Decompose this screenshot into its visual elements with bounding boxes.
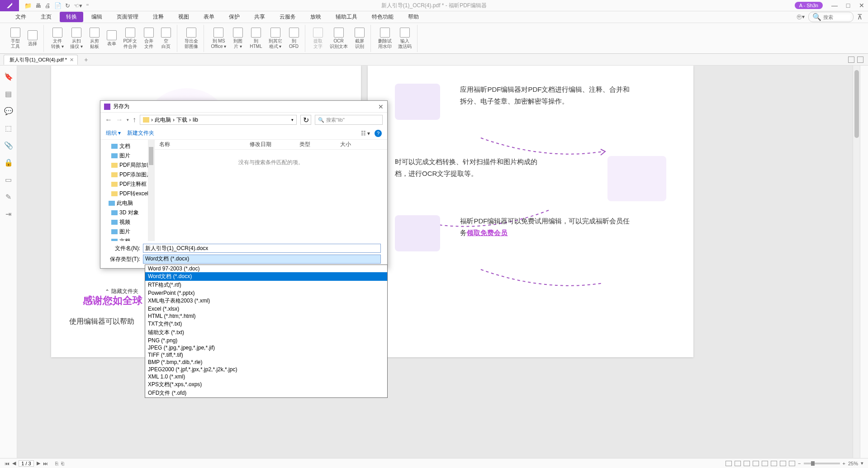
filetype-option[interactable]: XML 1.0 (*.xml) <box>145 373 387 380</box>
zoom-dropdown-icon[interactable]: ▾ <box>861 460 863 466</box>
open-icon[interactable]: 📁 <box>24 2 32 9</box>
document-tab[interactable]: 新人引导(1)_OCR(4).pdf * ✕ <box>4 55 78 65</box>
filetype-option[interactable]: XML电子表格2003 (*.xml) <box>145 297 387 305</box>
ribbon-button[interactable]: 到 HTML <box>247 27 265 50</box>
nav-back-icon[interactable]: ⎗ <box>61 461 64 466</box>
nav-forward-button[interactable]: → <box>116 116 123 124</box>
ribbon-button[interactable]: 到 MS Office ▾ <box>209 27 229 50</box>
ribbon-button[interactable]: 从扫 描仪 ▾ <box>67 27 85 50</box>
menu-view[interactable]: 视图 <box>172 12 195 22</box>
filetype-option[interactable]: BMP (*.bmp,*.dib,*.rle) <box>145 359 387 366</box>
col-size[interactable]: 大小 <box>336 141 367 148</box>
user-badge[interactable]: A - Sh3n <box>795 2 823 9</box>
dialog-close-button[interactable]: ✕ <box>378 103 384 110</box>
scrollbar-thumb[interactable] <box>854 70 859 138</box>
attachment-icon[interactable]: 📎 <box>5 141 13 149</box>
menu-share[interactable]: 共享 <box>248 12 271 22</box>
column-headers[interactable]: 名称 修改日期 类型 大小 <box>155 140 387 150</box>
filetype-option[interactable]: Word文档 (*.docx) <box>145 272 387 281</box>
col-type[interactable]: 类型 <box>295 141 336 148</box>
filetype-option[interactable]: Word 97-2003 (*.doc) <box>145 265 387 272</box>
tree-item[interactable]: PDF注释框 <box>100 180 154 189</box>
minimize-button[interactable]: — <box>828 1 841 9</box>
ribbon-button[interactable]: 到图 片 ▾ <box>230 27 246 50</box>
nav-back-button[interactable]: ← <box>105 116 112 124</box>
filename-input[interactable] <box>143 244 381 253</box>
ribbon-button[interactable]: 从剪 贴板 <box>86 27 103 50</box>
menu-home[interactable]: 主页 <box>34 12 58 22</box>
tree-item[interactable]: 3D 对象 <box>100 208 154 217</box>
last-page-icon[interactable]: ⏭ <box>43 461 48 466</box>
view-single-icon[interactable] <box>726 461 732 466</box>
ribbon-button[interactable]: 截屏 识别 <box>351 27 368 50</box>
filetype-option[interactable]: TXT文件(*.txt) <box>145 320 387 328</box>
new-icon[interactable]: 📄 <box>54 2 62 9</box>
nav-to-icon[interactable]: ⎘ <box>55 461 58 466</box>
view-fullscreen-icon[interactable] <box>789 461 795 466</box>
redo-icon[interactable]: ↻ <box>65 2 70 9</box>
crumb-lib[interactable]: lib <box>193 117 198 123</box>
menu-help[interactable]: 帮助 <box>402 12 425 22</box>
nav-recent-dropdown[interactable]: ▾ <box>127 118 129 122</box>
ribbon-button[interactable]: PDF文 件合并 <box>121 27 140 50</box>
add-tab-button[interactable]: + <box>84 56 88 63</box>
signature-icon[interactable]: ✎ <box>5 193 13 201</box>
ribbon-button[interactable]: 到 OFD <box>286 27 302 50</box>
filetype-option[interactable]: XPS文档(*.xps,*.oxps) <box>145 380 387 389</box>
filetype-select[interactable]: Word文档 (*.docx) <box>143 255 381 264</box>
menu-comment[interactable]: 注释 <box>147 12 170 22</box>
ribbon-button[interactable]: 表单 <box>104 29 120 47</box>
collapse-ribbon-icon[interactable]: ⊼ <box>857 13 863 21</box>
filetype-option[interactable]: Excel (*.xlsx) <box>145 305 387 312</box>
zoom-in-button[interactable]: + <box>843 461 845 466</box>
folder-tree[interactable]: 文档图片PDF局部加密、FPDF添加图片PDF注释框PDF转excel此电脑3D… <box>100 140 155 241</box>
view-cont-facing-icon[interactable] <box>753 461 759 466</box>
tree-item[interactable]: PDF局部加密、F <box>100 161 154 170</box>
view-facing-icon[interactable] <box>744 461 750 466</box>
menu-file[interactable]: 文件 <box>9 12 33 22</box>
filetype-option[interactable]: 辅助文本 (*.txt) <box>145 328 387 337</box>
filetype-option[interactable]: HTML (*.htm;*.html) <box>145 312 387 320</box>
zoom-slider[interactable] <box>804 463 840 464</box>
ribbon-button[interactable]: 输入 激活码 <box>395 27 414 50</box>
filetype-dropdown[interactable]: Word 97-2003 (*.doc)Word文档 (*.docx)RTF格式… <box>145 265 388 398</box>
col-name[interactable]: 名称 <box>155 141 245 148</box>
tree-item[interactable]: PDF转excel <box>100 189 154 199</box>
ribbon-button[interactable]: 手型 工具 <box>7 27 24 50</box>
crumb-downloads[interactable]: 下载 <box>176 116 187 124</box>
next-page-icon[interactable]: ▶ <box>37 460 40 466</box>
ribbon-button[interactable]: 删除试 用水印 <box>375 27 394 50</box>
menu-pages[interactable]: 页面管理 <box>110 12 145 22</box>
menu-cloud[interactable]: 云服务 <box>273 12 302 22</box>
filetype-option[interactable]: OFD文件 (*.ofd) <box>145 389 387 397</box>
print-icon[interactable]: 🖨 <box>45 2 51 9</box>
ribbon-button[interactable]: 空 白页 <box>158 27 174 50</box>
zoom-out-button[interactable]: − <box>798 461 801 466</box>
tree-item[interactable]: 此电脑 <box>100 199 154 208</box>
vertical-scrollbar[interactable] <box>853 66 860 458</box>
collapse-icon[interactable]: ⇥ <box>5 210 13 218</box>
page-number-input[interactable] <box>19 460 34 467</box>
filetype-option[interactable]: JPEG (*.jpg,*.jpeg,*.jpe,*.jif) <box>145 344 387 351</box>
help-button[interactable]: ? <box>375 130 382 137</box>
tree-item[interactable]: 文档 <box>100 142 154 151</box>
tree-item[interactable]: 图片 <box>100 151 154 161</box>
new-folder-button[interactable]: 新建文件夹 <box>127 129 154 137</box>
dialog-search-box[interactable]: 🔍 搜索"lib" <box>315 115 383 125</box>
menu-search[interactable]: 🔍 <box>808 12 854 22</box>
tree-item[interactable]: 文档 <box>100 236 154 241</box>
tree-scrollbar[interactable] <box>148 140 154 241</box>
tree-item[interactable]: 图片 <box>100 227 154 236</box>
filetype-option[interactable]: JPEG2000 (*.jpf,*.jpx,*.jp2,*.j2k,*.jpc) <box>145 366 387 373</box>
close-button[interactable]: ✕ <box>855 1 868 9</box>
crumb-pc[interactable]: 此电脑 <box>155 116 171 124</box>
first-page-icon[interactable]: ⏮ <box>5 461 9 466</box>
maximize-button[interactable]: □ <box>842 1 854 9</box>
security-icon[interactable]: 🔒 <box>5 158 13 166</box>
filetype-option[interactable]: PowerPoint (*.pptx) <box>145 289 387 297</box>
col-date[interactable]: 修改日期 <box>245 141 295 148</box>
view-continuous-icon[interactable] <box>735 461 741 466</box>
view-options-button[interactable]: ☷ ▾ <box>361 130 370 137</box>
undo-icon[interactable]: ☜▾ <box>74 2 82 9</box>
ribbon-button[interactable]: 提取 文字 <box>310 27 326 50</box>
